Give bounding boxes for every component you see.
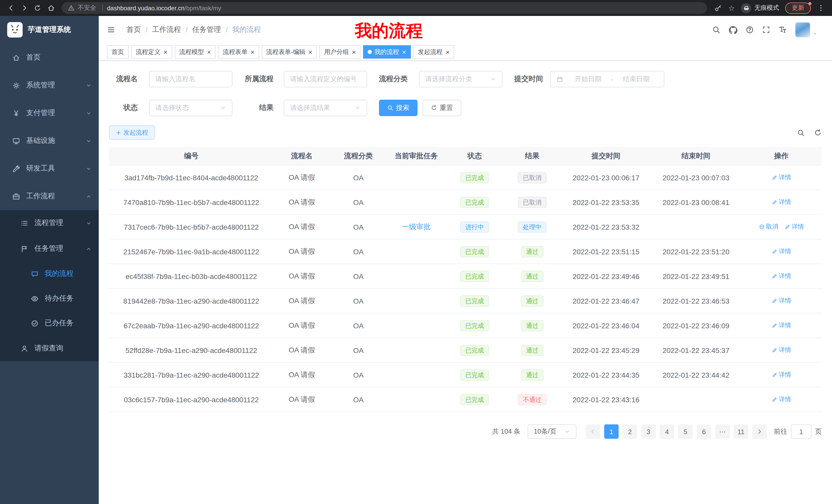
page-button-1[interactable]: 1 — [604, 424, 619, 439]
menu-dots-icon[interactable] — [817, 4, 825, 12]
chevron-down-icon — [355, 105, 361, 111]
current-task-link[interactable]: 一级审批 — [402, 222, 431, 230]
tab-close-icon[interactable]: × — [251, 49, 254, 55]
prev-page-button[interactable] — [586, 424, 600, 439]
page-size-select[interactable]: 10条/页 — [527, 424, 576, 439]
header-icons — [712, 22, 824, 37]
result-select[interactable]: 请选择流结果 — [284, 100, 367, 116]
update-button[interactable]: 更新 — [785, 2, 811, 13]
date-range-picker[interactable]: 开始日期 - 结束日期 — [550, 71, 665, 87]
detail-link[interactable]: 详情 — [772, 173, 791, 182]
cancel-link[interactable]: 取消 — [759, 222, 778, 231]
page-jump-input[interactable]: 1 — [791, 424, 811, 439]
result-label: 结果 — [245, 103, 274, 113]
actions-cell: 详情 — [741, 370, 822, 379]
browser-home-button[interactable] — [44, 1, 58, 15]
detail-link[interactable]: 详情 — [772, 297, 791, 305]
tab-close-icon[interactable]: × — [207, 49, 211, 55]
end-time-cell: 2022-01-22 23:46:09 — [651, 321, 741, 330]
sidebar-item-home[interactable]: 首页 — [0, 44, 99, 72]
app-header: 首页/工作流程/任务管理/我的流程 我的流程 — [99, 16, 832, 44]
tab-close-icon[interactable]: × — [309, 49, 312, 55]
reset-button[interactable]: 重置 — [423, 100, 461, 116]
result-tag: 通过 — [521, 271, 544, 282]
reload-button[interactable] — [31, 1, 44, 15]
detail-link[interactable]: 详情 — [784, 222, 804, 231]
action-label: 详情 — [779, 370, 791, 379]
incognito-badge: 无痕模式 — [741, 3, 779, 13]
table-refresh-button[interactable] — [814, 129, 822, 136]
back-button[interactable] — [4, 1, 18, 15]
detail-link[interactable]: 详情 — [772, 247, 791, 256]
bookmark-star-icon[interactable]: ☆ — [728, 4, 735, 11]
sidebar-item-infrastructure[interactable]: 基础设施 — [0, 127, 99, 155]
sidebar-item-devtools[interactable]: 研发工具 — [0, 155, 99, 183]
more-pages-button[interactable]: ⋯ — [715, 424, 730, 439]
sidebar-item-process-manage[interactable]: 流程管理 — [0, 210, 99, 236]
page-button-3[interactable]: 3 — [641, 424, 656, 439]
page-button-11[interactable]: 11 — [734, 424, 748, 439]
process-id-cell: 7317cec6-7b9b-11ec-b5b7-acde48001122 — [109, 223, 274, 231]
detail-link[interactable]: 详情 — [772, 346, 791, 355]
fullscreen-icon[interactable] — [762, 26, 770, 34]
app-logo[interactable]: 芋道管理系统 — [0, 16, 99, 44]
page-jump: 前往 1 页 — [774, 424, 822, 439]
search-icon[interactable] — [712, 26, 721, 34]
tab-7[interactable]: 我的流程× — [363, 45, 411, 59]
sidebar-item-done-tasks[interactable]: 已办任务 — [0, 311, 99, 335]
key-icon[interactable] — [714, 4, 722, 12]
create-process-button[interactable]: 发起流程 — [109, 125, 155, 140]
user-avatar[interactable] — [795, 22, 817, 37]
tab-3[interactable]: 流程模型× — [175, 45, 215, 59]
detail-link[interactable]: 详情 — [772, 395, 791, 404]
category-select[interactable]: 请选择流程分类 — [419, 71, 502, 87]
process-id-cell: ec45f38f-7b9a-11ec-b03b-acde48001122 — [109, 272, 274, 280]
status-select[interactable]: 请选择状态 — [149, 100, 232, 116]
tab-close-icon[interactable]: × — [446, 49, 449, 55]
tab-6[interactable]: 用户分组× — [319, 45, 361, 59]
page-button-4[interactable]: 4 — [660, 424, 674, 439]
sidebar-item-system[interactable]: 系统管理 — [0, 72, 99, 99]
forward-button[interactable] — [18, 1, 31, 15]
edit-icon — [772, 397, 777, 402]
detail-link[interactable]: 详情 — [772, 272, 791, 281]
sidebar-item-task-manage[interactable]: 任务管理 — [0, 236, 99, 261]
github-icon[interactable] — [729, 25, 737, 34]
main-content: 首页/工作流程/任务管理/我的流程 我的流程 首页流程定义×流程模型×流程表单×… — [99, 16, 832, 504]
page-button-2[interactable]: 2 — [623, 424, 637, 439]
page-button-5[interactable]: 5 — [678, 424, 693, 439]
tab-close-icon[interactable]: × — [402, 49, 406, 55]
sidebar-item-leave-query[interactable]: 请假查询 — [0, 335, 99, 361]
detail-link[interactable]: 详情 — [772, 321, 791, 330]
breadcrumb-item[interactable]: 首页 — [127, 25, 141, 34]
breadcrumb-item[interactable]: 工作流程 — [152, 25, 181, 34]
sidebar-item-todo-tasks[interactable]: 待办任务 — [0, 286, 99, 311]
sidebar-item-payment[interactable]: 支付管理 — [0, 99, 99, 127]
help-icon[interactable] — [746, 26, 754, 34]
edit-icon — [772, 347, 777, 353]
tab-2[interactable]: 流程定义× — [131, 45, 172, 59]
tab-8[interactable]: 发起流程× — [413, 45, 454, 59]
tab-close-icon[interactable]: × — [163, 49, 167, 55]
breadcrumb-item[interactable]: 任务管理 — [192, 25, 221, 34]
process-name-input[interactable]: 请输入流程名 — [149, 71, 232, 87]
address-bar[interactable]: 不安全 dashboard.yudao.iocoder.cn/bpm/task/… — [62, 2, 707, 14]
tab-5[interactable]: 流程表单-编辑× — [262, 45, 317, 59]
edit-icon — [772, 175, 777, 180]
detail-link[interactable]: 详情 — [772, 370, 791, 379]
tab-1[interactable]: 首页 — [107, 45, 129, 59]
sidebar-toggle-button[interactable] — [107, 26, 115, 34]
process-def-input[interactable]: 请输入流程定义的编号 — [284, 71, 367, 87]
sidebar-item-workflow[interactable]: 工作流程 — [0, 183, 99, 210]
next-page-button[interactable] — [752, 424, 767, 439]
font-size-icon[interactable] — [779, 26, 787, 34]
search-button[interactable]: 搜索 — [379, 100, 418, 116]
sidebar-item-label: 待办任务 — [45, 294, 92, 303]
sidebar-item-my-process[interactable]: 我的流程 — [0, 261, 99, 286]
tab-4[interactable]: 流程表单× — [218, 45, 259, 59]
caret-down-icon — [812, 31, 817, 36]
search-toggle-button[interactable] — [797, 129, 805, 136]
detail-link[interactable]: 详情 — [772, 198, 791, 206]
page-button-6[interactable]: 6 — [697, 424, 711, 439]
tab-close-icon[interactable]: × — [352, 49, 356, 55]
